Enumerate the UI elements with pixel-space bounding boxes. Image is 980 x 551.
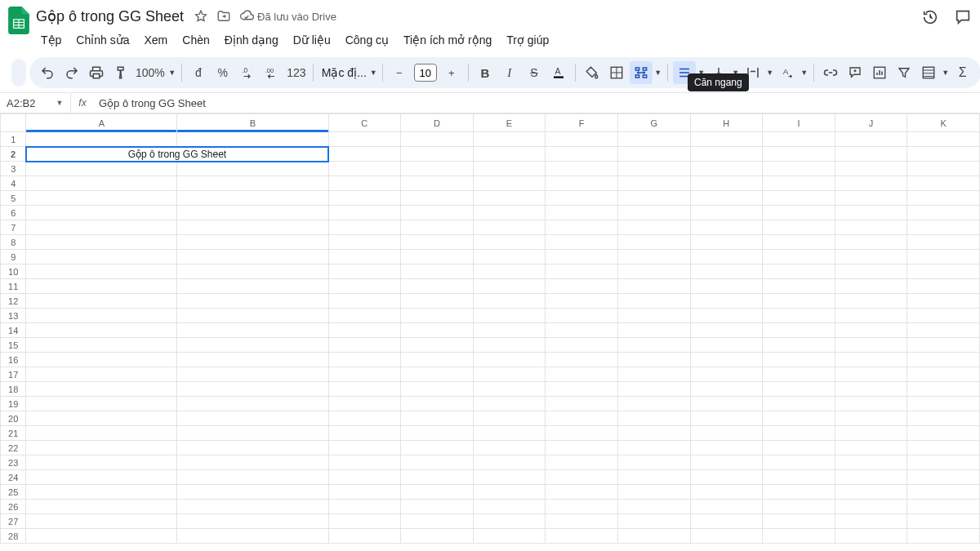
cell-D26[interactable]	[401, 500, 474, 514]
cell-G12[interactable]	[617, 294, 690, 309]
cell-I15[interactable]	[763, 338, 835, 353]
col-header-C[interactable]: C	[328, 114, 401, 132]
cell-C25[interactable]	[328, 485, 401, 500]
number-format-button[interactable]: 123	[285, 61, 308, 84]
cell-K11[interactable]	[907, 279, 980, 294]
cell-J3[interactable]	[835, 162, 907, 176]
cell-D17[interactable]	[401, 367, 474, 382]
cell-G3[interactable]	[617, 162, 690, 176]
cell-D4[interactable]	[401, 176, 474, 191]
name-box[interactable]: A2:B2 ▼	[0, 97, 70, 109]
cell-D18[interactable]	[401, 382, 474, 397]
cell-J22[interactable]	[835, 441, 907, 455]
cell-G24[interactable]	[617, 470, 690, 485]
cell-E15[interactable]	[473, 338, 546, 353]
col-header-J[interactable]: J	[835, 114, 907, 132]
row-header-28[interactable]: 28	[1, 529, 26, 544]
cell-G17[interactable]	[617, 367, 690, 382]
cell-D13[interactable]	[401, 309, 474, 323]
row-header-9[interactable]: 9	[1, 250, 26, 264]
cell-J7[interactable]	[835, 220, 907, 235]
cell-A23[interactable]	[26, 455, 177, 470]
col-header-K[interactable]: K	[907, 114, 980, 132]
cell-F13[interactable]	[546, 309, 618, 323]
cell-J27[interactable]	[835, 514, 907, 529]
cell-D7[interactable]	[401, 220, 474, 235]
cell-H5[interactable]	[690, 191, 763, 206]
cell-H15[interactable]	[690, 338, 763, 353]
percent-button[interactable]: %	[212, 61, 234, 84]
bold-button[interactable]: B	[474, 61, 497, 84]
cell-G4[interactable]	[617, 176, 690, 191]
cell-I6[interactable]	[763, 206, 835, 220]
row-header-10[interactable]: 10	[1, 264, 26, 279]
cell-E25[interactable]	[473, 485, 546, 500]
cell-F9[interactable]	[546, 250, 618, 264]
cell-H21[interactable]	[690, 426, 763, 441]
cell-K15[interactable]	[907, 338, 980, 353]
cell-I19[interactable]	[763, 397, 835, 411]
cell-A18[interactable]	[26, 382, 177, 397]
cell-K26[interactable]	[907, 500, 980, 514]
cell-D28[interactable]	[401, 529, 474, 544]
cell-G15[interactable]	[617, 338, 690, 353]
cell-E24[interactable]	[473, 470, 546, 485]
spreadsheet-grid[interactable]: ABCDEFGHIJK 12Gộp ô trong GG Sheet345678…	[0, 113, 980, 546]
cell-J20[interactable]	[835, 411, 907, 426]
cell-F5[interactable]	[546, 191, 618, 206]
cell-G13[interactable]	[617, 309, 690, 323]
col-header-A[interactable]: A	[26, 114, 177, 132]
cell-B4[interactable]	[177, 176, 328, 191]
cell-D6[interactable]	[401, 206, 474, 220]
cell-F20[interactable]	[546, 411, 618, 426]
cell-J17[interactable]	[835, 367, 907, 382]
row-header-17[interactable]: 17	[1, 367, 26, 382]
cell-J25[interactable]	[835, 485, 907, 500]
cell-D21[interactable]	[401, 426, 474, 441]
cell-B16[interactable]	[177, 353, 328, 367]
menu-dữ-liệu[interactable]: Dữ liệu	[287, 30, 337, 50]
move-folder-icon[interactable]	[216, 9, 231, 24]
cell-H28[interactable]	[690, 529, 763, 544]
cell-E4[interactable]	[473, 176, 546, 191]
cell-G27[interactable]	[617, 514, 690, 529]
cell-E14[interactable]	[473, 323, 546, 338]
redo-button[interactable]	[60, 61, 83, 84]
cell-E20[interactable]	[473, 411, 546, 426]
cell-H4[interactable]	[690, 176, 763, 191]
functions-button[interactable]: Σ	[951, 61, 974, 84]
cell-F28[interactable]	[546, 529, 618, 544]
cell-A6[interactable]	[26, 206, 177, 220]
strikethrough-button[interactable]: S	[523, 61, 546, 84]
italic-button[interactable]: I	[498, 61, 521, 84]
cell-D27[interactable]	[401, 514, 474, 529]
filter-views-button[interactable]	[917, 61, 940, 84]
cell-D2[interactable]	[401, 147, 474, 162]
cell-B11[interactable]	[177, 279, 328, 294]
row-header-5[interactable]: 5	[1, 191, 26, 206]
cell-D11[interactable]	[401, 279, 474, 294]
comments-icon[interactable]	[954, 8, 972, 26]
cell-A7[interactable]	[26, 220, 177, 235]
cell-B12[interactable]	[177, 294, 328, 309]
cell-B22[interactable]	[177, 441, 328, 455]
cell-H9[interactable]	[690, 250, 763, 264]
cell-A27[interactable]	[26, 514, 177, 529]
row-header-25[interactable]: 25	[1, 485, 26, 500]
cell-E11[interactable]	[473, 279, 546, 294]
cell-C7[interactable]	[328, 220, 401, 235]
cell-H11[interactable]	[690, 279, 763, 294]
cell-F17[interactable]	[546, 367, 618, 382]
cell-B7[interactable]	[177, 220, 328, 235]
cell-I12[interactable]	[763, 294, 835, 309]
cell-G11[interactable]	[617, 279, 690, 294]
row-header-18[interactable]: 18	[1, 382, 26, 397]
cell-E9[interactable]	[473, 250, 546, 264]
cell-D10[interactable]	[401, 264, 474, 279]
cell-K12[interactable]	[907, 294, 980, 309]
cell-D1[interactable]	[401, 132, 474, 147]
col-header-H[interactable]: H	[690, 114, 763, 132]
cell-C19[interactable]	[328, 397, 401, 411]
cell-F3[interactable]	[546, 162, 618, 176]
cell-B28[interactable]	[177, 529, 328, 544]
